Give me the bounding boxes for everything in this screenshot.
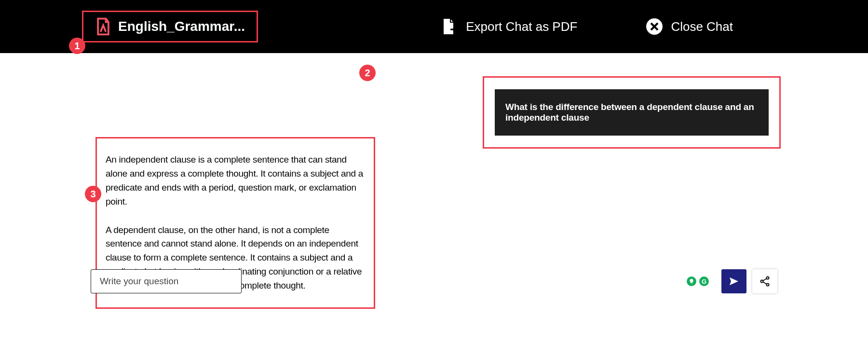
document-title: English_Grammar... [118,19,245,34]
export-pdf-label: Export Chat as PDF [466,19,577,34]
user-message: What is the difference between a depende… [483,76,781,149]
pdf-file-icon [95,17,111,36]
app-header: English_Grammar... Export Chat as PDF Cl… [0,0,868,53]
suggestion-bulb-icon[interactable] [687,276,696,286]
question-input[interactable] [91,269,242,293]
send-button[interactable] [721,269,746,293]
callout-badge-3: 3 [85,186,101,202]
close-chat-button[interactable]: Close Chat [645,17,733,36]
export-page-icon [440,17,459,36]
input-inline-icons: G [687,276,709,286]
close-icon [645,17,664,36]
export-pdf-button[interactable]: Export Chat as PDF [440,17,577,36]
question-input-wrap: G [91,269,716,293]
chat-area: 2 What is the difference between a depen… [0,53,868,269]
grammarly-icon[interactable]: G [699,276,709,286]
share-icon [759,276,771,287]
assistant-paragraph-1: An independent clause is a complete sent… [106,153,365,209]
document-tab[interactable]: English_Grammar... [82,11,258,42]
close-chat-label: Close Chat [671,19,733,34]
share-button[interactable] [752,269,777,293]
user-message-text: What is the difference between a depende… [495,89,769,136]
send-icon [728,276,740,287]
callout-badge-1: 1 [69,38,85,54]
composer-row: G [0,269,868,359]
callout-badge-2: 2 [359,65,376,81]
